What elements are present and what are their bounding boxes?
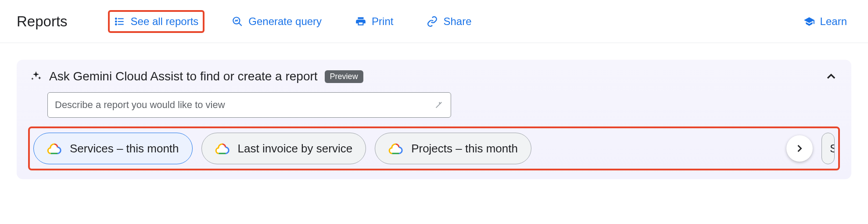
svg-point-2 [115,24,117,25]
chip-projects-this-month[interactable]: Projects – this month [375,133,531,164]
gemini-search-input[interactable] [55,99,429,111]
see-all-reports-label: See all reports [131,15,199,28]
generate-query-label: Generate query [248,15,322,28]
reports-header: Reports See all reports Generate query [0,0,868,43]
preview-badge: Preview [325,70,363,83]
chip-label: Projects – this month [411,142,518,155]
print-label: Print [372,15,393,28]
chip-label: Services – this month [70,142,179,155]
suggestion-chips-row: Services – this month Last invoice by se… [30,128,838,169]
page-title: Reports [17,13,68,30]
google-cloud-icon [215,141,230,156]
magic-wand-icon [434,100,444,110]
svg-point-0 [115,18,117,19]
chip-overflow-peek[interactable]: S [821,133,835,164]
gemini-panel-header: Ask Gemini Cloud Assist to find or creat… [30,69,838,83]
print-link[interactable]: Print [351,12,398,31]
chip-label: Last invoice by service [238,142,353,155]
gemini-input-box[interactable] [47,92,451,118]
link-icon [427,16,438,27]
svg-line-7 [239,23,242,26]
chip-last-invoice-by-service[interactable]: Last invoice by service [201,133,366,164]
learn-link[interactable]: Learn [799,12,851,31]
see-all-reports-link[interactable]: See all reports [110,12,203,31]
gemini-title: Ask Gemini Cloud Assist to find or creat… [49,69,318,83]
svg-point-1 [115,21,117,22]
chevron-right-icon [793,142,806,155]
list-icon [114,16,126,27]
google-cloud-icon [388,141,403,156]
gemini-panel-container: Ask Gemini Cloud Assist to find or creat… [0,43,868,179]
sparkle-icon [30,70,42,83]
generate-query-link[interactable]: Generate query [227,12,326,31]
print-icon [355,16,366,27]
scroll-right-button[interactable] [786,135,813,162]
chip-services-this-month[interactable]: Services – this month [33,133,193,164]
query-stats-icon [232,16,243,27]
learn-icon [803,16,815,27]
chip-label: S [830,142,835,155]
gemini-input-row [47,92,838,118]
learn-label: Learn [820,15,847,28]
gemini-panel: Ask Gemini Cloud Assist to find or creat… [17,60,851,179]
share-label: Share [443,15,471,28]
collapse-panel-button[interactable] [824,69,838,83]
google-cloud-icon [47,141,62,156]
share-link[interactable]: Share [422,12,476,31]
